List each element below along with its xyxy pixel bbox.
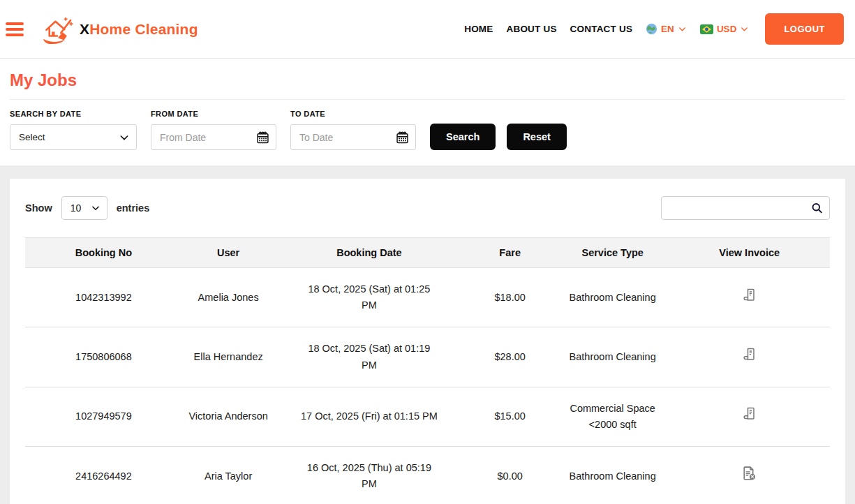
column-header-booking-no[interactable]: Booking No <box>25 238 182 268</box>
service-type-cell: Bathroom Cleaning <box>556 327 669 387</box>
fare-cell: $0.00 <box>463 447 556 504</box>
jobs-table-card: Show 10 entries <box>10 179 845 504</box>
page-head-section: My Jobs SEARCH BY DATE Select FROM DATE <box>0 59 855 165</box>
entries-label: entries <box>117 202 150 214</box>
top-navigation: XHome Cleaning HOME ABOUT US CONTACT US … <box>0 0 855 59</box>
column-header-user[interactable]: User <box>182 238 275 268</box>
service-type-cell: Commercial Space <2000 sqft <box>556 387 669 446</box>
table-header-row: Booking No User Booking Date Fare Servic… <box>25 238 830 268</box>
booking-date-cell: 16 Oct, 2025 (Thu) at 05:19 PM <box>274 447 463 504</box>
filter-bar: SEARCH BY DATE Select FROM DATE <box>10 110 845 150</box>
booking-date-cell: 17 Oct, 2025 (Fri) at 01:15 PM <box>274 387 463 446</box>
file-unavailable-icon[interactable] <box>741 465 758 482</box>
search-by-date-select[interactable]: Select <box>10 124 137 150</box>
column-header-booking-date[interactable]: Booking Date <box>274 238 463 268</box>
table-row: 2416264492 Aria Taylor 16 Oct, 2025 (Thu… <box>25 447 830 504</box>
jobs-table: Booking No User Booking Date Fare Servic… <box>25 237 830 504</box>
fare-cell: $15.00 <box>463 387 556 446</box>
flag-icon <box>700 24 713 34</box>
booking-no-cell: 2416264492 <box>25 447 182 504</box>
currency-code: USD <box>717 24 737 34</box>
booking-no-cell: 1750806068 <box>25 327 182 387</box>
language-dropdown[interactable]: EN <box>646 23 687 35</box>
from-date-label: FROM DATE <box>151 110 276 118</box>
user-cell: Amelia Jones <box>182 268 275 327</box>
table-toolbar: Show 10 entries <box>25 196 830 220</box>
from-date-group: FROM DATE <box>151 110 276 150</box>
column-header-view-invoice[interactable]: View Invoice <box>669 238 830 268</box>
fare-cell: $28.00 <box>463 327 556 387</box>
language-code: EN <box>661 24 674 34</box>
logout-button[interactable]: LOGOUT <box>765 13 844 45</box>
from-date-input[interactable] <box>151 124 276 150</box>
brand-name: XHome Cleaning <box>80 21 198 38</box>
booking-date-cell: 18 Oct, 2025 (Sat) at 01:25 PM <box>274 268 463 327</box>
view-invoice-cell <box>669 387 830 446</box>
home-cleaning-logo-icon <box>39 14 75 45</box>
user-cell: Ella Hernandez <box>182 327 275 387</box>
to-date-input[interactable] <box>290 124 416 150</box>
reset-button[interactable]: Reset <box>507 124 567 150</box>
chevron-down-icon <box>740 24 749 34</box>
booking-no-cell: 1027949579 <box>25 387 182 446</box>
nav-item-about-us[interactable]: ABOUT US <box>507 24 557 34</box>
search-by-date-label: SEARCH BY DATE <box>10 110 137 118</box>
receipt-invoice-icon[interactable] <box>741 287 758 304</box>
page-size-select[interactable]: 10 <box>61 196 107 220</box>
view-invoice-cell <box>669 447 830 504</box>
to-date-group: TO DATE <box>290 110 416 150</box>
divider <box>10 99 845 100</box>
nav-item-home[interactable]: HOME <box>464 24 493 34</box>
service-type-cell: Bathroom Cleaning <box>556 447 669 504</box>
table-row: 1027949579 Victoria Anderson 17 Oct, 202… <box>25 387 830 446</box>
menu-hamburger-icon[interactable] <box>6 22 24 36</box>
service-type-cell: Bathroom Cleaning <box>556 268 669 327</box>
chevron-down-icon <box>678 24 687 34</box>
column-header-service-type[interactable]: Service Type <box>556 238 669 268</box>
brand-logo[interactable]: XHome Cleaning <box>39 14 198 45</box>
user-cell: Aria Taylor <box>182 447 275 504</box>
user-cell: Victoria Anderson <box>182 387 275 446</box>
receipt-invoice-icon[interactable] <box>741 406 758 422</box>
nav-item-contact-us[interactable]: CONTACT US <box>570 24 633 34</box>
search-button[interactable]: Search <box>430 124 496 150</box>
fare-cell: $18.00 <box>463 268 556 327</box>
globe-icon <box>646 23 657 35</box>
column-header-fare[interactable]: Fare <box>463 238 556 268</box>
receipt-invoice-icon[interactable] <box>741 346 758 363</box>
search-icon[interactable] <box>810 202 824 215</box>
search-by-date-group: SEARCH BY DATE Select <box>10 110 137 150</box>
booking-no-cell: 1042313992 <box>25 268 182 327</box>
table-search-input[interactable] <box>661 196 830 220</box>
table-row: 1750806068 Ella Hernandez 18 Oct, 2025 (… <box>25 327 830 387</box>
show-label: Show <box>25 202 52 214</box>
view-invoice-cell <box>669 268 830 327</box>
nav-links: HOME ABOUT US CONTACT US EN <box>464 13 844 45</box>
currency-dropdown[interactable]: USD <box>700 24 750 34</box>
view-invoice-cell <box>669 327 830 387</box>
to-date-label: TO DATE <box>290 110 416 118</box>
page-title: My Jobs <box>10 59 845 99</box>
booking-date-cell: 18 Oct, 2025 (Sat) at 01:19 PM <box>274 327 463 387</box>
table-row: 1042313992 Amelia Jones 18 Oct, 2025 (Sa… <box>25 268 830 327</box>
